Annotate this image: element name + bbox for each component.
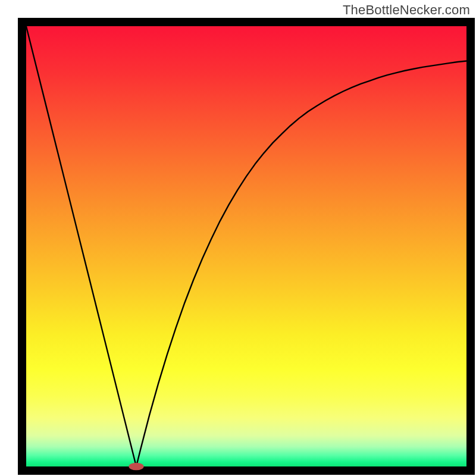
plot-background: [26, 26, 466, 466]
watermark-text: TheBottleNecker.com: [343, 2, 470, 18]
notch-marker: [129, 463, 143, 471]
plot-container: [18, 18, 475, 475]
bottleneck-chart: [18, 18, 475, 475]
chart-frame: TheBottleNecker.com: [0, 0, 476, 476]
